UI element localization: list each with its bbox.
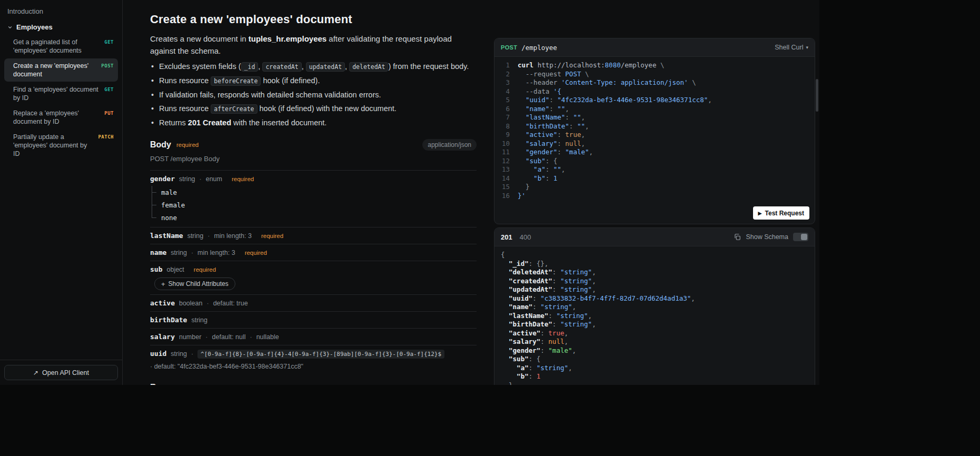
- enum-values: malefemalenone: [152, 186, 477, 224]
- line-number: 5: [501, 96, 510, 105]
- description-bullet: Excludes system fields (_id, createdAt, …: [150, 61, 476, 73]
- api-reference-app: Introduction Employees Get a paginated l…: [0, 0, 819, 385]
- code-token: "active": [526, 131, 557, 138]
- text-segment: Runs resource: [159, 104, 211, 113]
- property-type: string: [191, 316, 207, 324]
- test-request-button[interactable]: ▶ Test Request: [753, 206, 809, 220]
- request-card-footer: ▶ Test Request: [494, 204, 815, 224]
- code-line: {: [501, 251, 808, 260]
- language-selector[interactable]: Shell Curl ▾: [775, 44, 808, 51]
- code-token: "active": [509, 329, 540, 337]
- property-type: object: [166, 266, 184, 273]
- code-token: [557, 78, 561, 86]
- sidebar-operation-get-0[interactable]: Get a paginated list of 'employees' docu…: [4, 35, 118, 58]
- code-token: ,: [561, 165, 566, 173]
- code-line: 6 "name": "",: [501, 105, 808, 114]
- status-tab-201[interactable]: 201: [501, 233, 512, 241]
- code-token: [518, 148, 526, 156]
- property-header: uuidstring·^[0-9a-f]{8}-[0-9a-f]{4}-4[0-…: [150, 349, 477, 360]
- code-token: "_id": [509, 260, 529, 267]
- code-line: 5 "uuid": "4fc232da-bef3-446e-9531-98e34…: [501, 96, 808, 105]
- property-header: activeboolean·default: true: [150, 298, 477, 308]
- code-token: [501, 260, 509, 267]
- inline-code: _id: [241, 62, 259, 72]
- code-line: 2 --request POST \: [501, 70, 808, 79]
- code-token: true: [548, 329, 564, 337]
- code-token: "lastName": [526, 113, 565, 121]
- sidebar-operation-get-2[interactable]: Find a 'employees' document by IDGET: [4, 82, 118, 105]
- code-line: 3 --header 'Content-Type: application/js…: [501, 78, 808, 87]
- property-default: · default: "4fc232da-bef3-446e-9531-98e3…: [150, 363, 477, 370]
- schema-property-name: namestring·min length: 3required: [150, 244, 477, 261]
- code-token: null: [565, 140, 581, 147]
- text-segment: ,: [345, 62, 349, 71]
- code-token: {: [501, 251, 505, 259]
- schema-property-birthDate: birthDatestring: [150, 311, 477, 328]
- code-token: ,: [565, 105, 569, 113]
- sidebar-item-introduction[interactable]: Introduction: [4, 4, 118, 18]
- sidebar-operation-post-1[interactable]: Create a new 'employees' documentPOST: [4, 58, 118, 82]
- required-tag: required: [261, 233, 283, 239]
- line-number: 6: [501, 105, 510, 114]
- line-number: 4: [501, 87, 510, 96]
- code-line: 11 "gender": "male",: [501, 148, 808, 157]
- operation-label: Replace a 'employees' document by ID: [13, 109, 100, 126]
- line-number: 13: [501, 165, 510, 174]
- status-tab-400[interactable]: 400: [520, 233, 531, 241]
- code-line-content: "birthDate": "",: [518, 122, 589, 131]
- sidebar-operation-patch-4[interactable]: Partially update a 'employees' document …: [4, 130, 118, 161]
- code-token: \: [585, 70, 589, 78]
- code-token: --data: [526, 87, 549, 95]
- code-line: "gender": "male",: [501, 346, 808, 355]
- code-token: [501, 346, 509, 354]
- show-schema-toggle[interactable]: [793, 233, 808, 241]
- code-line: "lastName": "string",: [501, 312, 808, 321]
- copy-button[interactable]: [734, 233, 741, 241]
- status-tabs: 201400: [501, 233, 531, 241]
- code-token: "salary": [509, 338, 540, 345]
- operation-label: Find a 'employees' document by ID: [13, 85, 100, 102]
- body-section-header: Body required application/json: [150, 139, 477, 151]
- code-token: "uuid": [526, 96, 549, 104]
- bold-text: 201 Created: [188, 118, 231, 127]
- language-selector-label: Shell Curl: [775, 44, 803, 51]
- code-token: "string": [540, 303, 572, 311]
- code-line: 8 "birthDate": "",: [501, 122, 808, 131]
- code-token: :: [540, 329, 548, 337]
- line-number: 7: [501, 113, 510, 122]
- code-token: "4fc232da-bef3-446e-9531-98e346371cc8": [557, 96, 708, 104]
- code-line: "sub": {: [501, 355, 808, 364]
- plus-icon: +: [161, 280, 165, 288]
- code-line-content: "active": true,: [501, 329, 568, 338]
- sidebar-operations: Get a paginated list of 'employees' docu…: [4, 35, 118, 161]
- sidebar-group-employees[interactable]: Employees: [4, 18, 118, 34]
- text-segment: ,: [302, 62, 306, 71]
- show-child-attributes-button[interactable]: +Show Child Attributes: [154, 277, 235, 290]
- code-token: "birthDate": [509, 320, 552, 328]
- code-token: :: [569, 122, 577, 130]
- code-token: {: [553, 157, 558, 165]
- enum-value-label: none: [161, 214, 177, 222]
- open-api-client-button[interactable]: ↗ Open API Client: [4, 365, 118, 380]
- code-token: "a": [533, 165, 546, 173]
- response-code: { "_id": {}, "deletedAt": "string", "cre…: [494, 246, 815, 385]
- code-line-content: "name": "",: [518, 105, 569, 114]
- request-example-card: POST /employee Shell Curl ▾ 1curl http:/…: [494, 38, 815, 224]
- code-token: '{: [553, 87, 561, 95]
- code-token: "male": [565, 148, 589, 156]
- code-line-content: }': [518, 192, 526, 201]
- scrollbar-thumb[interactable]: [816, 79, 818, 112]
- code-token: :: [552, 320, 560, 328]
- enum-value-label: male: [161, 189, 177, 196]
- sidebar-operation-put-3[interactable]: Replace a 'employees' document by IDPUT: [4, 106, 118, 129]
- code-token: "deletedAt": [509, 268, 552, 276]
- code-token: ,: [592, 277, 596, 285]
- inline-code: updatedAt: [306, 62, 345, 72]
- copy-icon: [734, 233, 741, 241]
- separator-dot: ·: [207, 232, 210, 240]
- show-child-attributes-label: Show Child Attributes: [169, 280, 229, 288]
- code-line: "uuid": "c3833832-b4f7-4f7f-82d7-07d62d4…: [501, 294, 808, 303]
- property-name: lastName: [150, 232, 183, 240]
- code-line: "birthDate": "string",: [501, 320, 808, 329]
- code-line: "name": "string",: [501, 303, 808, 312]
